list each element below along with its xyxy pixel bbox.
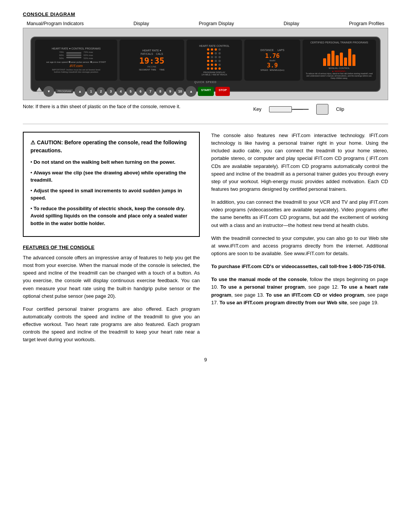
num-btn-5[interactable]: 5 <box>126 87 135 96</box>
label-program-display: Program Display <box>199 21 234 26</box>
caution-item-3: Adjust the speed in small increments to … <box>30 187 192 202</box>
key-clip-area: Key Clip <box>209 104 388 115</box>
caution-list: Do not stand on the walking belt when tu… <box>30 158 192 227</box>
caution-item-2: Always wear the clip (see the drawing ab… <box>30 169 192 184</box>
program-down-button[interactable]: ▼ <box>43 86 54 97</box>
power-incline-buttons <box>37 87 42 95</box>
num-btn-9[interactable]: 9 <box>166 87 174 96</box>
distance-display: 1.76 <box>265 52 280 59</box>
program-profiles-section: CERTIFIED PERSONAL TRAINER PROGRAMS MANU… <box>303 40 376 81</box>
label-display1: Display <box>134 21 149 26</box>
main-content: ⚠ CAUTION: Before operating the console,… <box>23 132 388 349</box>
page-number: 9 <box>23 357 388 363</box>
features-paragraph-2: Four certified personal trainer programs… <box>23 305 200 344</box>
num-btn-8[interactable]: 8 <box>156 87 164 96</box>
buttons-area: QUICK SPEED ▼ PROGRAM ▲ 1 2 <box>35 81 376 97</box>
section-divider <box>23 124 388 124</box>
key-assembly <box>269 106 309 112</box>
right-paragraph-1: The console also features new iFIT.com i… <box>211 132 388 193</box>
console-panel: HEART RATE ♥ CONTROL PROGRAMS 70% 60% 50… <box>30 37 381 92</box>
num-btn-6[interactable]: 6 <box>136 87 145 96</box>
quick-speed-label: QUICK SPEED <box>35 81 376 83</box>
right-paragraph-3: With the treadmill connected to your com… <box>211 235 388 257</box>
num-btn-3[interactable]: 3 <box>107 87 115 96</box>
right-paragraph-4: To use the manual mode of the console, f… <box>211 276 388 307</box>
num-btn-10[interactable]: 10 <box>176 87 184 96</box>
right-paragraph-purchase: To purchase iFIT.com CD's or videocasset… <box>211 263 388 270</box>
left-column: ⚠ CAUTION: Before operating the console,… <box>23 132 200 349</box>
incline-down-arrow[interactable] <box>37 91 42 95</box>
key-label: Key <box>253 107 261 112</box>
features-paragraph-1: The advanced console offers an impressiv… <box>23 254 200 300</box>
console-diagram-title: CONSOLE DIAGRAM <box>23 11 388 17</box>
program-display-section: HEART RATE CONTROL PROGRAM DISPLAY 1/4 M… <box>186 40 242 81</box>
label-manual-program: Manual/Program Indicators <box>27 21 84 26</box>
label-program-profiles: Program Profiles <box>349 21 384 26</box>
console-top-row: HEART RATE ♥ CONTROL PROGRAMS 70% 60% 50… <box>35 40 376 81</box>
heart-rate-section: HEART RATE ♥ CONTROL PROGRAMS 70% 60% 50… <box>35 40 117 81</box>
num-btn-2[interactable]: 2 <box>97 87 105 96</box>
incline-up-arrow[interactable] <box>37 87 42 91</box>
clip-shape <box>316 104 328 115</box>
profile-bars <box>323 45 355 66</box>
num-btn-1[interactable]: 1 <box>87 87 95 96</box>
speed-up-button[interactable]: ▲ <box>186 86 196 97</box>
console-diagram-section: CONSOLE DIAGRAM Manual/Program Indicator… <box>23 11 388 115</box>
console-image: HEART RATE ♥ CONTROL PROGRAMS 70% 60% 50… <box>23 28 388 100</box>
start-button[interactable]: START <box>198 87 214 96</box>
caution-icon: ⚠ <box>30 139 37 145</box>
clip-label: Clip <box>336 107 344 112</box>
time-display: 19:35 <box>139 56 164 66</box>
right-column: The console also features new iFIT.com i… <box>211 132 388 349</box>
caution-item-4: To reduce the possibility of electric sh… <box>30 205 192 227</box>
note-content: Note: If there is a thin sheet of plasti… <box>23 104 180 109</box>
caution-title: ⚠ CAUTION: Before operating the console,… <box>30 139 192 155</box>
program-button[interactable]: PROGRAM <box>56 89 73 93</box>
speed-display: 3.9 <box>267 62 278 69</box>
caution-box: ⚠ CAUTION: Before operating the console,… <box>23 132 200 237</box>
stop-button[interactable]: STOP <box>215 87 230 96</box>
program-dots <box>207 48 221 70</box>
label-display2: Display <box>284 21 299 26</box>
program-up-button[interactable]: ▲ <box>75 86 85 97</box>
num-btn-7[interactable]: 7 <box>146 87 155 96</box>
speed-display-section: DISTANCE LAPS 1.76 Km/H 3.9 SPEED MIN/MI… <box>244 40 300 81</box>
right-paragraph-2: In addition, you can connect the treadmi… <box>211 198 388 229</box>
caution-bold: CAUTION: <box>37 139 63 145</box>
key-shape <box>269 106 292 112</box>
num-btn-4[interactable]: 4 <box>116 87 125 96</box>
time-display-section: HEART RATE ♥ FAT/CALS CALS 19:35 INCLINE… <box>119 40 184 81</box>
caution-item-1: Do not stand on the walking belt when tu… <box>30 158 192 166</box>
features-title: FEATURES OF THE CONSOLE <box>23 244 200 250</box>
note-row: Note: If there is a thin sheet of plasti… <box>23 104 388 115</box>
note-text: Note: If there is a thin sheet of plasti… <box>23 104 202 109</box>
diagram-labels-row: Manual/Program Indicators Display Progra… <box>23 21 388 26</box>
console-buttons-row: ▼ PROGRAM ▲ 1 2 3 4 5 6 7 8 9 10 <box>35 86 376 97</box>
